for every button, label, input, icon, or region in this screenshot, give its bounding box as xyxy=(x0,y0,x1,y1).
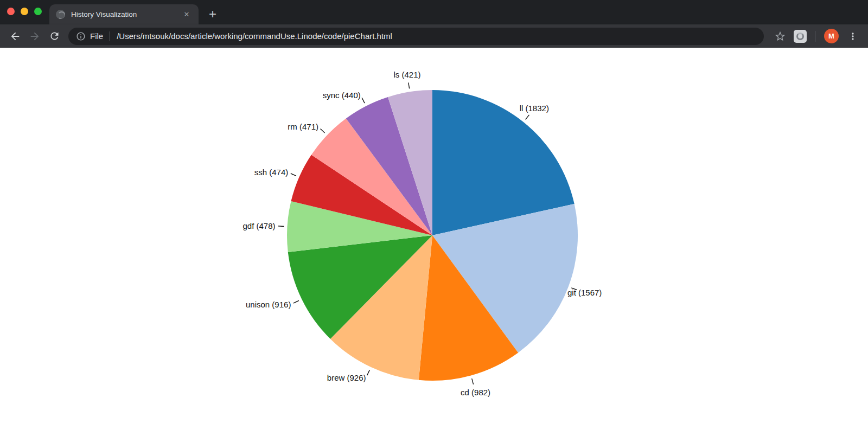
pie-label-tick xyxy=(362,98,365,103)
pie-label-tick xyxy=(278,226,284,227)
pie-label-ls: ls (421) xyxy=(393,70,420,79)
browser-tab[interactable]: History Visualization ✕ xyxy=(49,4,199,24)
pie-label-git: git (1567) xyxy=(567,288,602,297)
browser-menu-button[interactable] xyxy=(843,27,863,46)
zoom-window-button[interactable] xyxy=(34,8,42,15)
bookmark-button[interactable] xyxy=(770,27,790,46)
pie-label-ssh: ssh (474) xyxy=(254,168,289,177)
pie-label-tick xyxy=(472,378,474,384)
kebab-menu-icon xyxy=(847,31,858,42)
page-info-icon[interactable] xyxy=(76,31,86,41)
back-arrow-icon xyxy=(9,30,21,42)
forward-button[interactable] xyxy=(25,27,44,46)
pie-label-tick xyxy=(409,82,410,88)
pie-label-ll: ll (1832) xyxy=(520,104,549,113)
window-controls xyxy=(7,8,42,15)
pie-label-rm: rm (471) xyxy=(288,122,318,131)
tab-favicon-icon xyxy=(56,10,65,19)
close-window-button[interactable] xyxy=(7,8,15,15)
toolbar-divider xyxy=(815,31,815,42)
profile-avatar[interactable]: M xyxy=(824,29,839,43)
extension-icon xyxy=(794,30,807,43)
reload-button[interactable] xyxy=(44,27,64,46)
url-divider xyxy=(110,31,110,41)
toolbar-right-cluster: M xyxy=(770,27,863,46)
pie-label-tick xyxy=(293,300,299,303)
pie-label-tick xyxy=(321,129,325,133)
pie-label-gdf: gdf (478) xyxy=(242,221,275,230)
back-button[interactable] xyxy=(5,27,25,46)
tab-title: History Visualization xyxy=(71,10,181,18)
new-tab-button[interactable]: + xyxy=(205,6,221,22)
pie-label-unison: unison (916) xyxy=(246,300,291,309)
extension-button[interactable] xyxy=(792,28,808,44)
pie-label-tick xyxy=(367,370,370,375)
pie-label-tick xyxy=(526,115,529,120)
tab-strip: History Visualization ✕ + xyxy=(0,0,868,24)
url-bar[interactable]: File /Users/mtsouk/docs/article/working/… xyxy=(68,28,764,45)
url-scheme-label: File xyxy=(90,31,103,41)
reload-icon xyxy=(49,30,60,42)
browser-toolbar: File /Users/mtsouk/docs/article/working/… xyxy=(0,24,868,48)
pie-label-brew: brew (926) xyxy=(327,373,366,382)
pie-chart: ll (1832)git (1567)cd (982)brew (926)uni… xyxy=(0,48,868,430)
tab-close-icon[interactable]: ✕ xyxy=(181,9,192,20)
forward-arrow-icon xyxy=(29,30,41,42)
bookmark-star-icon xyxy=(774,30,786,42)
pie-label-cd: cd (982) xyxy=(461,388,490,397)
url-text: /Users/mtsouk/docs/article/working/comma… xyxy=(117,31,392,41)
page-content: ll (1832)git (1567)cd (982)brew (926)uni… xyxy=(0,48,868,430)
minimize-window-button[interactable] xyxy=(21,8,28,15)
pie-label-sync: sync (440) xyxy=(323,91,361,100)
pie-label-tick xyxy=(291,174,296,176)
